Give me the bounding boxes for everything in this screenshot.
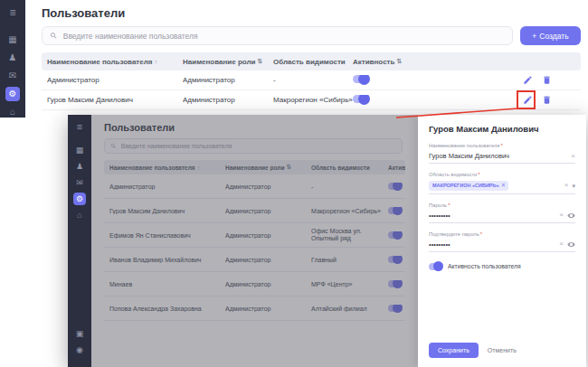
sort-asc-icon: ↑ bbox=[154, 59, 157, 65]
column-label: Область видимости bbox=[273, 58, 346, 66]
activity-toggle-row: Активность пользователя bbox=[429, 263, 575, 270]
table-header: Наименование пользователя↑ Наименование … bbox=[42, 52, 581, 71]
eye-icon[interactable] bbox=[567, 212, 575, 220]
cell-actions bbox=[523, 75, 581, 85]
label-text: Подтвердите пароль bbox=[429, 231, 479, 237]
search-icon bbox=[50, 32, 58, 40]
label-text: Пароль bbox=[429, 202, 447, 208]
save-button[interactable]: Сохранить bbox=[429, 343, 479, 358]
scope-chip[interactable]: МАКРОРЕГИОН «СИБИРЬ» × bbox=[429, 181, 508, 191]
activity-toggle[interactable] bbox=[429, 263, 442, 270]
field-label: Пароль* bbox=[429, 202, 575, 208]
field-confirm-password: Подтвердите пароль* ••••••••• × bbox=[429, 231, 575, 252]
field-label: Наименование пользователя* bbox=[429, 143, 575, 148]
mail-icon[interactable]: ✉ bbox=[73, 176, 86, 189]
field-scope: Область видимости* МАКРОРЕГИОН «СИБИРЬ» … bbox=[429, 172, 575, 194]
cancel-button[interactable]: Отменить bbox=[488, 347, 517, 353]
delete-icon[interactable] bbox=[542, 95, 552, 105]
password-input[interactable]: ••••••••• × bbox=[429, 210, 575, 223]
field-password: Пароль* ••••••••• × bbox=[429, 202, 575, 223]
sort-icon: ⇅ bbox=[258, 58, 263, 65]
users-page-with-edit-panel: ≡ ▦ ♟ ✉ ⚙ ⌂ ▣ ◉ Пользователи Наименовани… bbox=[68, 115, 586, 367]
users-table: Наименование пользователя↑ Наименование … bbox=[42, 52, 581, 118]
field-value: Гуров Максим Данилович bbox=[429, 152, 509, 160]
required-mark: * bbox=[448, 202, 450, 208]
settings-icon[interactable]: ⚙ bbox=[5, 87, 20, 101]
chip-label: МАКРОРЕГИОН «СИБИРЬ» bbox=[432, 183, 499, 188]
dashboard-icon[interactable]: ▦ bbox=[5, 33, 20, 47]
users-page-top: ≡ ▦ ♟ ✉ ⚙ ⌂ Пользователи + Создать Наиме… bbox=[0, 0, 588, 118]
cell-scope: Макрорегион «Сибирь» bbox=[273, 96, 353, 104]
users-icon[interactable]: ♟ bbox=[5, 51, 20, 65]
mail-icon[interactable]: ✉ bbox=[5, 69, 20, 83]
required-mark: * bbox=[501, 143, 503, 148]
column-label: Наименование роли bbox=[183, 58, 256, 66]
column-header-scope[interactable]: Область видимости bbox=[273, 58, 353, 66]
sort-icon: ⇅ bbox=[396, 58, 402, 65]
edit-user-panel: Гуров Максим Данилович Наименование поль… bbox=[418, 115, 586, 367]
confirm-password-input[interactable]: ••••••••• × bbox=[429, 239, 575, 252]
power-icon[interactable]: ◉ bbox=[73, 343, 86, 356]
edit-icon[interactable] bbox=[523, 75, 533, 85]
search-input[interactable] bbox=[63, 32, 505, 41]
edit-icon[interactable] bbox=[523, 95, 533, 105]
eye-icon[interactable] bbox=[567, 240, 575, 249]
chevron-down-icon[interactable]: ▾ bbox=[572, 183, 575, 189]
plus-icon: + bbox=[532, 32, 536, 41]
required-mark: * bbox=[480, 231, 482, 237]
delete-icon[interactable] bbox=[542, 75, 552, 85]
panel-title: Гуров Максим Данилович bbox=[429, 124, 575, 134]
column-header-activity[interactable]: Активность⇅ bbox=[353, 58, 523, 66]
users-icon[interactable]: ♟ bbox=[73, 160, 86, 173]
field-label: Область видимости* bbox=[429, 172, 575, 177]
column-label: Активность bbox=[353, 58, 394, 66]
scope-select[interactable]: МАКРОРЕГИОН «СИБИРЬ» × × ▾ bbox=[429, 179, 575, 194]
dashboard-icon[interactable]: ▦ bbox=[73, 144, 86, 156]
sidebar: ≡ ▦ ♟ ✉ ⚙ ⌂ bbox=[0, 0, 25, 118]
clear-icon[interactable]: × bbox=[559, 212, 564, 219]
table-row[interactable]: Администратор Администратор - bbox=[42, 71, 581, 90]
cell-activity bbox=[353, 75, 523, 85]
label-text: Наименование пользователя bbox=[429, 143, 500, 148]
search-bar[interactable] bbox=[42, 26, 513, 45]
panel-actions: Сохранить Отменить bbox=[429, 343, 575, 358]
field-username: Наименование пользователя* Гуров Максим … bbox=[429, 143, 575, 164]
field-value: ••••••••• bbox=[429, 240, 450, 249]
cell-username: Администратор bbox=[47, 76, 183, 84]
cell-role: Администратор bbox=[183, 96, 273, 104]
field-value: ••••••••• bbox=[429, 212, 450, 220]
field-label: Подтвердите пароль* bbox=[429, 231, 575, 237]
table-row[interactable]: Гуров Максим Данилович Администратор Мак… bbox=[42, 90, 581, 110]
column-label: Наименование пользователя bbox=[47, 58, 152, 66]
menu-icon[interactable]: ≡ bbox=[73, 120, 86, 133]
menu-icon[interactable]: ≡ bbox=[5, 5, 20, 20]
clear-icon[interactable]: × bbox=[559, 240, 564, 248]
chip-remove-icon[interactable]: × bbox=[502, 183, 506, 189]
grid-icon[interactable]: ▣ bbox=[73, 327, 86, 340]
column-header-role[interactable]: Наименование роли⇅ bbox=[183, 58, 273, 66]
cell-scope: - bbox=[273, 76, 353, 84]
required-mark: * bbox=[478, 172, 479, 177]
create-button[interactable]: + Создать bbox=[520, 26, 581, 45]
home-icon[interactable]: ⌂ bbox=[5, 105, 20, 118]
cell-role: Администратор bbox=[183, 76, 273, 84]
cell-username: Гуров Максим Данилович bbox=[47, 96, 183, 104]
create-button-label: Создать bbox=[539, 32, 568, 41]
screenshot-stage: ≡ ▦ ♟ ✉ ⚙ ⌂ Пользователи + Создать Наиме… bbox=[0, 0, 588, 367]
label-text: Область видимости bbox=[429, 172, 477, 177]
page-title: Пользователи bbox=[42, 6, 125, 20]
home-icon[interactable]: ⌂ bbox=[73, 209, 86, 221]
cell-activity bbox=[353, 95, 523, 105]
toggle-label: Активность пользователя bbox=[448, 263, 521, 269]
sidebar: ≡ ▦ ♟ ✉ ⚙ ⌂ ▣ ◉ bbox=[68, 115, 91, 367]
cell-actions bbox=[523, 95, 581, 105]
settings-icon[interactable]: ⚙ bbox=[73, 193, 86, 205]
clear-icon[interactable]: × bbox=[571, 153, 575, 160]
activity-toggle[interactable] bbox=[353, 95, 369, 103]
activity-toggle[interactable] bbox=[353, 75, 369, 83]
column-header-username[interactable]: Наименование пользователя↑ bbox=[47, 58, 183, 66]
username-input[interactable]: Гуров Максим Данилович × bbox=[429, 150, 575, 164]
clear-icon[interactable]: × bbox=[564, 182, 569, 189]
